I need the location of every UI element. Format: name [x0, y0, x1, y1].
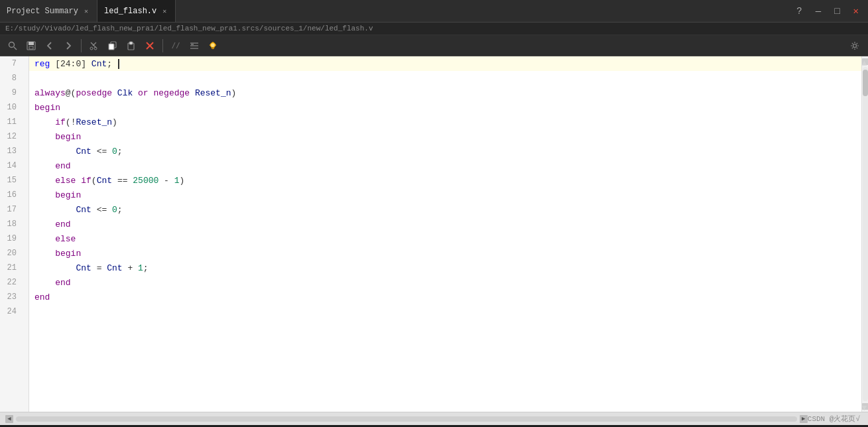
line-num: 8: [5, 74, 17, 83]
scroll-thumb[interactable]: [863, 70, 868, 96]
breakpoint-area[interactable]: [17, 71, 26, 86]
breakpoint-area[interactable]: [17, 290, 26, 304]
breakpoint-area[interactable]: [17, 231, 26, 246]
code-line[interactable]: end: [29, 290, 861, 304]
code-line[interactable]: always@(posedge Clk or negedge Reset_n): [29, 86, 861, 100]
help-button[interactable]: ?: [792, 5, 806, 18]
code-line[interactable]: Cnt = Cnt + 1;: [29, 261, 861, 275]
horizontal-scrollbar[interactable]: ◀ ▶: [5, 415, 808, 423]
scroll-up-button[interactable]: ▲: [862, 58, 869, 65]
indent-button[interactable]: [186, 38, 203, 54]
code-line[interactable]: reg [24:0] Cnt;: [29, 56, 861, 71]
token-kw2: begin: [55, 190, 81, 200]
breakpoint-area[interactable]: [17, 217, 26, 231]
code-line[interactable]: if(!Reset_n): [29, 115, 861, 129]
cut-button[interactable]: [86, 38, 103, 54]
minimize-button[interactable]: —: [812, 5, 825, 18]
tab-project-summary[interactable]: Project Summary ✕: [0, 0, 97, 22]
editor-container: 789101112131415161718192021222324 reg [2…: [0, 56, 868, 412]
breakpoint-area[interactable]: [17, 158, 26, 173]
token-num: 1: [138, 263, 143, 273]
breakpoint-area[interactable]: [17, 56, 26, 71]
tab-led-flash[interactable]: led_flash.v ✕: [97, 0, 176, 22]
settings-button[interactable]: [848, 39, 861, 52]
token-plain: [34, 249, 55, 259]
delete-button[interactable]: [141, 38, 158, 54]
breakpoint-area[interactable]: [17, 188, 26, 202]
breakpoint-area[interactable]: [17, 261, 26, 275]
token-plain: [133, 88, 138, 98]
svg-rect-4: [29, 46, 33, 49]
line-number-row: 7: [0, 56, 29, 71]
code-line[interactable]: begin: [29, 246, 861, 261]
bulb-button[interactable]: [204, 38, 221, 54]
tab-label-led-flash: led_flash.v: [104, 7, 156, 16]
token-plain: [34, 219, 55, 229]
svg-point-0: [9, 42, 15, 47]
token-plain: [34, 117, 55, 127]
breakpoint-dot: [19, 251, 24, 256]
maximize-button[interactable]: □: [830, 5, 843, 18]
token-plain: (: [92, 176, 97, 186]
token-kw2: end: [55, 278, 70, 288]
indent-icon: [190, 41, 199, 50]
breakpoint-dot: [19, 207, 24, 212]
breakpoint-dot: [19, 76, 24, 81]
token-id: Cnt: [107, 263, 122, 273]
code-line[interactable]: Cnt <= 0;: [29, 202, 861, 217]
code-line[interactable]: begin: [29, 129, 861, 144]
code-line[interactable]: Cnt <= 0;: [29, 144, 861, 158]
h-scroll-track[interactable]: [16, 416, 797, 422]
breakpoint-area[interactable]: [17, 173, 26, 188]
comment-button[interactable]: //: [167, 38, 184, 54]
line-num: 19: [5, 234, 17, 243]
scroll-right-button[interactable]: ▶: [800, 415, 808, 423]
forward-button[interactable]: [60, 38, 77, 54]
line-num: 14: [5, 161, 17, 170]
scroll-track[interactable]: [863, 67, 868, 401]
breakpoint-area[interactable]: [17, 275, 26, 290]
code-line[interactable]: begin: [29, 100, 861, 115]
vertical-scrollbar[interactable]: ▲ ▼: [861, 56, 868, 412]
breakpoint-area[interactable]: [17, 129, 26, 144]
token-id: Clk: [117, 88, 133, 98]
line-number-row: 21: [0, 261, 29, 275]
breakpoint-dot: [19, 309, 24, 314]
back-button[interactable]: [41, 38, 58, 54]
token-plain: ;: [117, 147, 123, 156]
code-line[interactable]: begin: [29, 188, 861, 202]
tab-close-led-flash[interactable]: ✕: [160, 7, 168, 16]
delete-icon: [145, 41, 155, 50]
svg-point-19: [211, 42, 216, 47]
scroll-down-button[interactable]: ▼: [862, 403, 869, 410]
tab-close-project-summary[interactable]: ✕: [82, 7, 90, 16]
close-button[interactable]: ✕: [849, 4, 863, 18]
token-plain: -: [158, 176, 174, 186]
paste-button[interactable]: [123, 38, 140, 54]
breakpoint-area[interactable]: [17, 86, 26, 100]
breakpoint-area[interactable]: [17, 304, 26, 319]
breakpoint-area[interactable]: [17, 246, 26, 261]
code-line[interactable]: [29, 71, 861, 86]
breakpoint-area[interactable]: [17, 100, 26, 115]
watermark: CSDN @火花页√: [808, 414, 863, 424]
code-line[interactable]: end: [29, 158, 861, 173]
breakpoint-dot: [19, 192, 24, 198]
code-line[interactable]: [29, 304, 861, 319]
back-icon: [45, 41, 54, 50]
code-area[interactable]: reg [24:0] Cnt; always@(posedge Clk or n…: [29, 56, 861, 412]
token-plain: [34, 161, 55, 171]
copy-button[interactable]: [104, 38, 121, 54]
scroll-left-button[interactable]: ◀: [5, 415, 13, 423]
code-line[interactable]: end: [29, 275, 861, 290]
code-line[interactable]: else if(Cnt == 25000 - 1): [29, 173, 861, 188]
save-button[interactable]: [23, 38, 40, 54]
breakpoint-area[interactable]: [17, 115, 26, 129]
breakpoint-area[interactable]: [17, 144, 26, 158]
search-button[interactable]: [4, 38, 21, 54]
line-num: 18: [5, 219, 17, 229]
token-kw2: if: [55, 117, 66, 127]
code-line[interactable]: else: [29, 231, 861, 246]
code-line[interactable]: end: [29, 217, 861, 231]
breakpoint-area[interactable]: [17, 202, 26, 217]
